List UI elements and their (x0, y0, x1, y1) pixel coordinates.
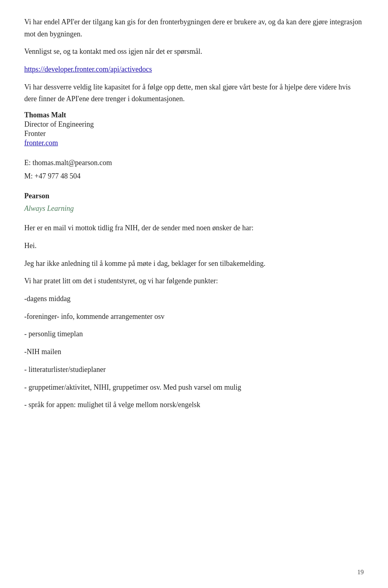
signature-company: Fronter (24, 129, 364, 138)
contact-block: E: thomas.malt@pearson.com M: +47 977 48… (24, 157, 364, 182)
main-content: Vi har endel API'er der tilgang kan gis … (24, 16, 364, 411)
nih-bullet1: -dagens middag (24, 293, 364, 305)
nih-bullet7: - språk for appen: mulighet til å velge … (24, 399, 364, 411)
signature-name: Thomas Malt (24, 111, 364, 119)
page-number: 19 (357, 569, 364, 576)
email-address: E: thomas.malt@pearson.com (24, 157, 364, 169)
signature-title: Director of Engineering (24, 120, 364, 129)
nih-bullet2: -foreninger- info, kommende arrangemente… (24, 311, 364, 323)
nih-bullet3: - personlig timeplan (24, 328, 364, 340)
paragraph-2: Vennligst se, og ta kontakt med oss igje… (24, 46, 364, 58)
pearson-block: Pearson Always Learning (24, 190, 364, 214)
pearson-name: Pearson (24, 190, 364, 202)
nih-hei: Hei. (24, 240, 364, 252)
nih-bullet5: - litteraturlister/studieplaner (24, 364, 364, 376)
pearson-tagline: Always Learning (24, 203, 364, 214)
signature-website[interactable]: fronter.com (24, 139, 364, 147)
nih-p1: Jeg har ikke anledning til å komme på mø… (24, 258, 364, 270)
nih-intro: Her er en mail vi mottok tidlig fra NIH,… (24, 222, 364, 234)
signature-block: Thomas Malt Director of Engineering Fron… (24, 111, 364, 147)
paragraph-3: Vi har dessverre veldig lite kapasitet f… (24, 81, 364, 105)
nih-bullet6: - gruppetimer/aktivitet, NIHI, gruppetim… (24, 382, 364, 394)
api-link[interactable]: https://developer.fronter.com/api/active… (24, 65, 152, 73)
paragraph-link: https://developer.fronter.com/api/active… (24, 64, 364, 76)
phone-number: M: +47 977 48 504 (24, 170, 364, 182)
nih-p2: Vi har pratet litt om det i studentstyre… (24, 275, 364, 287)
nih-bullet4: -NIH mailen (24, 346, 364, 358)
paragraph-1: Vi har endel API'er der tilgang kan gis … (24, 16, 364, 40)
